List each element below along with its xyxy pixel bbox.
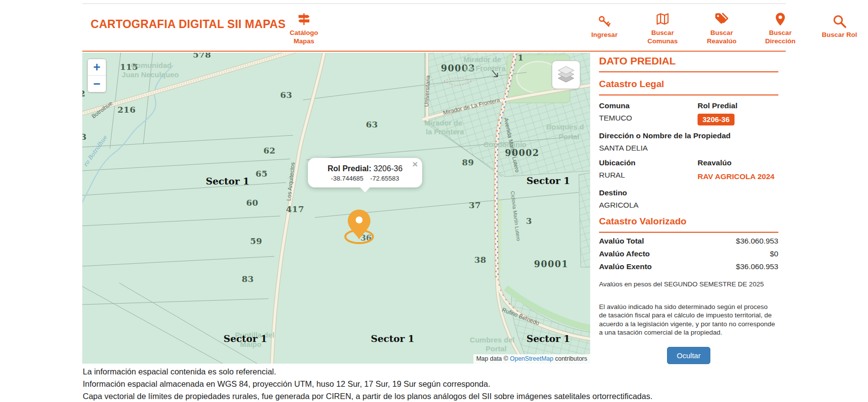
zoom-out-button[interactable]: − bbox=[88, 76, 106, 92]
rol-badge-value: 3206-36 bbox=[698, 114, 734, 125]
reavaluo-label: Reavalúo bbox=[698, 158, 778, 167]
avaluo-afecto-value: $0 bbox=[770, 249, 778, 258]
ocultar-button[interactable]: Ocultar bbox=[667, 347, 710, 364]
zoom-in-button[interactable]: + bbox=[88, 59, 106, 76]
footer-line: Información espacial almacenada en WGS 8… bbox=[83, 378, 851, 390]
map-popup: × Rol Predial: 3206-36 -38.744685-72.655… bbox=[308, 158, 422, 187]
avaluo-disclaimer: El avalúo indicado ha sido determinado s… bbox=[599, 303, 776, 337]
zoom-control: + − bbox=[87, 59, 106, 93]
openstreetmap-link[interactable]: OpenStreetMap bbox=[510, 355, 553, 362]
app-title: CARTOGRAFIA DIGITAL SII MAPAS bbox=[91, 18, 286, 31]
popup-tail bbox=[360, 187, 370, 192]
map-basemap: 36 bbox=[82, 53, 590, 364]
nav-buscar-reavaluo[interactable]: Buscar Reavalúo bbox=[692, 11, 751, 45]
footer-notes: La información espacial contenida es sol… bbox=[83, 366, 851, 402]
nav-label: Buscar Comunas bbox=[633, 29, 692, 45]
avaluos-note: Avalúos en pesos del SEGUNDO SEMESTRE DE… bbox=[599, 280, 772, 289]
direccion-label: Dirección o Nombre de la Propiedad bbox=[599, 131, 778, 140]
nav-ingresar[interactable]: Ingresar bbox=[575, 13, 634, 39]
popup-lng: -72.65583 bbox=[370, 175, 400, 182]
tag-icon bbox=[692, 11, 751, 27]
avaluo-row: Avalúo Exento $36.060.953 bbox=[599, 262, 778, 271]
map-icon bbox=[633, 11, 692, 27]
ubicacion-label: Ubicación bbox=[599, 158, 696, 167]
avaluo-exento-value: $36.060.953 bbox=[736, 262, 778, 271]
attribution-suffix: contributors bbox=[553, 355, 587, 362]
destino-value: AGRICOLA bbox=[599, 201, 778, 210]
popup-rol-value: 3206-36 bbox=[371, 164, 402, 173]
footer-line: La información espacial contenida es sol… bbox=[83, 366, 851, 378]
avaluo-total-value: $36.060.953 bbox=[736, 237, 778, 246]
map-canvas[interactable]: 36 578115ComunidadJuan Neculqueo2162123B… bbox=[82, 53, 590, 364]
comuna-label: Comuna bbox=[599, 101, 696, 110]
nav-label: Buscar Reavalúo bbox=[692, 29, 751, 45]
rol-predial-badge: 3206-36 bbox=[698, 114, 778, 125]
attribution-prefix: Map data © bbox=[476, 355, 510, 362]
popup-close-icon[interactable]: × bbox=[412, 159, 418, 169]
destino-label: Destino bbox=[599, 188, 778, 197]
popup-coordinates: -38.744685-72.65583 bbox=[313, 175, 417, 182]
signpost-icon bbox=[274, 11, 334, 27]
app-window: CARTOGRAFIA DIGITAL SII MAPAS Catálogo M… bbox=[0, 0, 868, 402]
rol-predial-label: Rol Predial bbox=[698, 101, 778, 110]
nav-buscar-direccion[interactable]: Buscar Dirección bbox=[751, 11, 810, 45]
catastro-legal-title: Catastro Legal bbox=[599, 72, 778, 95]
nav-buscar-comunas[interactable]: Buscar Comunas bbox=[633, 11, 692, 45]
layers-button[interactable] bbox=[552, 61, 580, 89]
layers-icon bbox=[555, 64, 577, 85]
comuna-value: TEMUCO bbox=[599, 114, 696, 125]
popup-title: Rol Predial: 3206-36 bbox=[313, 164, 417, 173]
reavaluo-value: RAV AGRICOLA 2024 bbox=[698, 171, 778, 183]
map-attribution: Map data © OpenStreetMap contributors bbox=[473, 354, 590, 364]
avaluo-exento-label: Avalúo Exento bbox=[599, 262, 652, 271]
avaluo-afecto-label: Avalúo Afecto bbox=[599, 249, 650, 258]
nav-label: Buscar Dirección bbox=[751, 29, 810, 45]
catastro-valorizado-title: Catastro Valorizado bbox=[599, 210, 778, 233]
avaluo-total-label: Avalúo Total bbox=[599, 237, 644, 246]
magnifier-icon bbox=[810, 13, 868, 29]
nav-label: Ingresar bbox=[575, 31, 634, 39]
direccion-value: SANTA DELIA bbox=[599, 144, 778, 153]
footer-line: Capa vectorial de límites de propiedades… bbox=[83, 390, 851, 402]
popup-lat: -38.744685 bbox=[331, 175, 364, 182]
header: CARTOGRAFIA DIGITAL SII MAPAS Catálogo M… bbox=[82, 4, 786, 52]
nav-buscar-rol[interactable]: Buscar Rol bbox=[810, 13, 868, 39]
pin-icon bbox=[751, 11, 810, 27]
nav-catalogo-mapas[interactable]: Catálogo Mapas bbox=[274, 11, 334, 45]
key-icon bbox=[575, 13, 634, 29]
nav-label: Catálogo Mapas bbox=[274, 29, 334, 45]
dato-predial-panel: DATO PREDIAL Catastro Legal Comuna Rol P… bbox=[599, 51, 778, 364]
nav-label: Buscar Rol bbox=[810, 31, 868, 39]
popup-label: Rol Predial: bbox=[328, 164, 371, 173]
ubicacion-value: RURAL bbox=[599, 171, 696, 183]
panel-title: DATO PREDIAL bbox=[599, 51, 778, 72]
avaluo-row: Avalúo Total $36.060.953 bbox=[599, 237, 778, 246]
avaluo-row: Avalúo Afecto $0 bbox=[599, 249, 778, 258]
